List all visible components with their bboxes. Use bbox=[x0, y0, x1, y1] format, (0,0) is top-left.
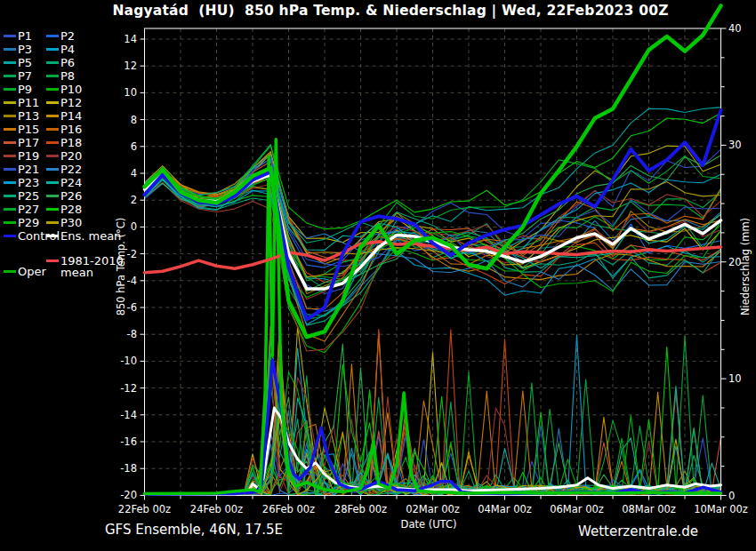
y-left-tick-label: -8 bbox=[101, 328, 137, 340]
y-left-tick-label: -12 bbox=[101, 382, 137, 395]
y-left-tick-label: -18 bbox=[101, 462, 137, 475]
x-tick-label: 26Feb 00z bbox=[253, 503, 325, 515]
y-left-tick-label: 12 bbox=[101, 60, 137, 72]
y-left-tick-label: -10 bbox=[101, 355, 137, 367]
y-right-tick-label: 30 bbox=[728, 139, 755, 151]
y-axis-left-label: 850 hPa Temp. (°C) bbox=[115, 218, 127, 316]
y-right-tick-label: 0 bbox=[728, 490, 755, 502]
x-tick-label: 02Mar 00z bbox=[398, 503, 469, 515]
x-tick-label: 28Feb 00z bbox=[326, 503, 397, 515]
x-tick-label: 06Mar 00z bbox=[542, 503, 613, 515]
x-tick-label: 04Mar 00z bbox=[470, 503, 541, 515]
y-left-tick-label: 6 bbox=[101, 140, 137, 153]
y-left-tick-label: 14 bbox=[101, 33, 137, 45]
y-left-tick-label: -14 bbox=[101, 409, 137, 421]
x-tick-label: 24Feb 00z bbox=[181, 503, 253, 515]
y-left-tick-label: 8 bbox=[101, 114, 137, 126]
watermark-text: Wetterzentrale.de bbox=[578, 523, 698, 539]
y-left-tick-label: -20 bbox=[101, 489, 137, 501]
y-right-tick-label: 40 bbox=[728, 22, 755, 35]
x-axis-title: Date (UTC) bbox=[401, 518, 457, 531]
x-tick-label: 10Mar 00z bbox=[686, 503, 756, 515]
y-left-tick-label: 2 bbox=[101, 194, 137, 206]
plot-frame bbox=[145, 28, 721, 496]
y-left-tick-label: -16 bbox=[101, 435, 137, 448]
ensemble-member-precip-line bbox=[145, 354, 721, 496]
y-right-tick-label: 10 bbox=[728, 372, 755, 385]
x-tick-label: 08Mar 00z bbox=[614, 503, 685, 515]
y-axis-right-label: Niederschlag (mm) bbox=[739, 218, 752, 315]
meteogram-page: { "title": "Nagyatád (HU) 850 hPa Temp. … bbox=[0, 0, 756, 551]
x-tick-label: 22Feb 00z bbox=[109, 503, 181, 515]
y-left-tick-label: 10 bbox=[101, 86, 137, 99]
y-left-tick-label: 4 bbox=[101, 167, 137, 180]
model-info-text: GFS Ensemble, 46N, 17.5E bbox=[105, 522, 283, 538]
